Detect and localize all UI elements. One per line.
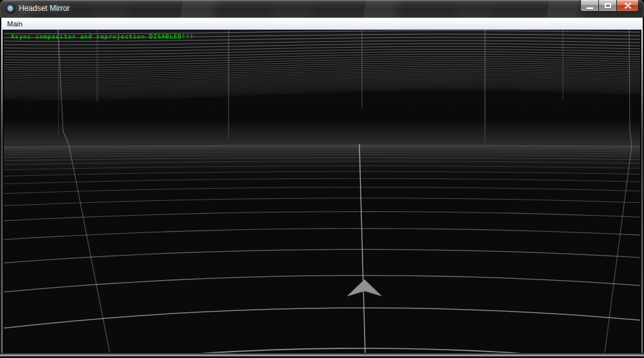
- vr-mirror-viewport: Async compositor and reprojection DISABL…: [4, 30, 640, 353]
- maximize-button[interactable]: [598, 0, 617, 12]
- window-border-bottom: [0, 353, 644, 358]
- compositor-warning-text: Async compositor and reprojection DISABL…: [11, 33, 194, 40]
- close-button[interactable]: [616, 0, 639, 12]
- close-icon: [624, 3, 631, 8]
- minimize-icon: [587, 7, 593, 9]
- steamvr-app-icon: ⚙: [6, 4, 15, 14]
- minimize-button[interactable]: [580, 0, 599, 12]
- window-title: Headset Mirror: [19, 0, 70, 17]
- caption-buttons: [581, 0, 639, 12]
- headset-mirror-window: ⚙ Headset Mirror Main Async compositor a…: [0, 0, 644, 358]
- menubar: Main: [1, 17, 643, 30]
- menu-item-main[interactable]: Main: [1, 18, 28, 30]
- vr-grid-scene: [4, 30, 640, 353]
- maximize-icon: [605, 3, 611, 8]
- window-border-left: [0, 30, 4, 358]
- titlebar[interactable]: ⚙ Headset Mirror: [0, 0, 644, 17]
- window-border-right: [640, 30, 644, 358]
